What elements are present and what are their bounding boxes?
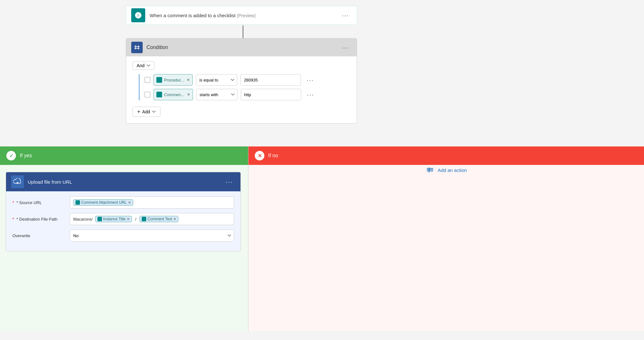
arrow-line [243,25,243,38]
condition-rows: Procedur... ✕ is equal tois not equal to… [139,74,350,100]
comment-chip-remove[interactable]: ✕ [187,92,190,97]
comment-text-token-label: Comment Text [147,217,172,221]
upload-card-title: Upload file from URL [28,179,223,185]
trigger-preview-label: (Preview) [237,13,255,18]
add-action-button[interactable]: Add an action [426,166,467,174]
branch-yes-label: If yes [20,153,32,159]
branches: ✓ If yes Upload file from URL ··· [0,146,644,331]
source-url-label: * * Source URL [12,200,70,205]
overwrite-label: Overwrite [12,233,70,238]
and-chevron-icon [147,64,150,67]
condition-row1-value[interactable] [240,74,301,86]
add-condition-button[interactable]: + Add [132,107,161,117]
token-label: Comment Attachment URL [81,200,127,205]
comment-attachment-token[interactable]: Comment Attachment URL ✕ [73,199,133,206]
condition-row1-operator[interactable]: is equal tois not equal tocontainsstarts… [196,74,237,86]
instance-token-icon [97,217,102,221]
condition-row2-chip[interactable]: Commen... ✕ [154,89,193,100]
upload-file-card: Upload file from URL ··· * * Source URL [6,172,241,251]
svg-rect-2 [134,48,140,49]
branch-yes-header: ✓ If yes [0,146,248,165]
add-chevron-icon [152,110,156,113]
instance-title-token[interactable]: Instance Title ✕ [95,216,132,222]
instance-token-remove[interactable]: ✕ [127,217,130,221]
condition-row1-dots[interactable]: ··· [304,75,317,85]
dest-path-label: * * Destination File Path [12,217,70,222]
condition-row1-chip[interactable]: Procedur... ✕ [154,74,193,86]
svg-rect-6 [429,167,429,173]
comment-chip-icon [156,92,162,97]
add-action-icon [426,166,434,174]
source-url-row: * * Source URL Comment Attachment URL ✕ [12,196,234,209]
condition-header: Condition ··· [126,39,357,56]
dest-path-row: * * Destination File Path Macarons/ Inst… [12,213,234,225]
procedure-chip-label: Procedur... [164,78,184,82]
dest-path-input[interactable]: Macarons/ Instance Title ✕ / Comment Tex… [70,213,234,225]
upload-card-header: Upload file from URL ··· [6,172,240,191]
condition-body: And Procedur... ✕ is equal tois not equa… [126,56,357,123]
condition-row2-checkbox[interactable] [145,92,150,97]
token-icon [75,200,80,205]
branch-no-header: ✕ If no [248,146,644,165]
condition-row2-dots[interactable]: ··· [304,90,317,100]
yes-check-icon: ✓ [6,151,16,160]
add-label: Add [142,109,150,114]
dest-path-sep: / [134,217,137,222]
no-x-icon: ✕ [255,151,264,160]
upload-card-dots[interactable]: ··· [223,177,235,187]
branch-yes: ✓ If yes Upload file from URL ··· [0,146,248,331]
condition-icon [131,42,143,53]
branch-no-label: If no [268,153,278,159]
condition-block: Condition ··· And Procedur... ✕ i [126,38,357,124]
add-plus-icon: + [137,109,140,115]
overwrite-row: Overwrite NoYes [12,230,234,242]
condition-row-1: Procedur... ✕ is equal tois not equal to… [145,74,350,86]
condition-row-2: Commen... ✕ is equal tois not equal toco… [145,89,350,100]
condition-title: Condition [147,45,339,50]
svg-rect-1 [134,46,140,47]
trigger-card: When a comment is added to a checklist (… [126,6,357,25]
source-url-input[interactable]: Comment Attachment URL ✕ [70,196,234,209]
and-dropdown[interactable]: And [132,61,154,70]
branch-no: ✕ If no Add an action [248,146,644,331]
svg-rect-3 [427,169,433,170]
trigger-title-text: When a comment is added to a checklist [150,13,235,18]
comment-chip-label: Commen... [164,92,184,97]
upload-cloud-icon [11,175,24,188]
canvas: When a comment is added to a checklist (… [0,0,644,340]
condition-row2-value[interactable] [241,89,301,100]
overwrite-select[interactable]: NoYes [70,230,234,242]
condition-dots-button[interactable]: ··· [339,43,352,53]
instance-token-label: Instance Title [103,217,126,221]
condition-row2-operator[interactable]: is equal tois not equal tocontainsstarts… [196,89,238,100]
trigger-dots-button[interactable]: ··· [339,11,352,20]
token-remove[interactable]: ✕ [128,201,131,205]
condition-row1-checkbox[interactable] [145,77,150,83]
comment-text-token-icon [142,217,146,221]
upload-card-body: * * Source URL Comment Attachment URL ✕ [6,191,240,251]
add-action-label: Add an action [438,167,467,173]
comment-text-token[interactable]: Comment Text ✕ [140,216,178,222]
comment-text-token-remove[interactable]: ✕ [173,217,176,221]
trigger-icon [131,8,145,22]
procedure-chip-remove[interactable]: ✕ [187,78,190,82]
trigger-title: When a comment is added to a checklist (… [150,13,339,18]
dest-path-prefix: Macarons/ [73,217,93,222]
and-label: And [137,63,145,68]
procedure-chip-icon [156,77,162,83]
svg-rect-5 [427,171,433,171]
svg-rect-4 [427,168,433,169]
